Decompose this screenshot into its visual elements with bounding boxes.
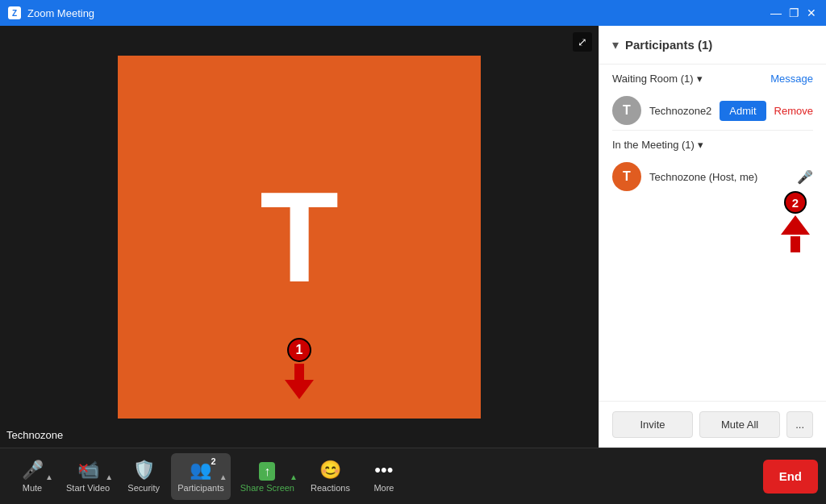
- mic-icon: 🎤: [797, 169, 813, 185]
- participants-icon: 👥: [190, 460, 211, 481]
- up-arrow-shaft-2: [791, 236, 800, 252]
- share-screen-caret[interactable]: ▲: [290, 472, 298, 481]
- arrow-down-1: [285, 364, 314, 399]
- in-meeting-section-header: In the Meeting (1) ▾: [599, 131, 826, 157]
- annotation-arrow-1: 1: [285, 338, 314, 399]
- start-video-caret[interactable]: ▲: [105, 472, 113, 481]
- participants-caret[interactable]: ▲: [219, 472, 227, 481]
- more-label: More: [373, 483, 394, 493]
- mute-caret[interactable]: ▲: [45, 472, 53, 481]
- waiting-participant-row: T Technozone2 Admit Remove: [599, 91, 826, 130]
- panel-title: Participants (1): [625, 38, 712, 52]
- start-video-label: Start Video: [66, 483, 110, 493]
- toolbar: 🎤 Mute ▲ 📹 ✕ Start Video ▲ 🛡️ Security 👥…: [0, 448, 826, 504]
- reactions-button[interactable]: 😊 Reactions: [304, 453, 357, 500]
- share-screen-button[interactable]: ↑ Share Screen ▲: [234, 453, 301, 500]
- panel-collapse-button[interactable]: ▾: [612, 37, 619, 52]
- invite-button[interactable]: Invite: [612, 411, 693, 438]
- message-button[interactable]: Message: [770, 73, 813, 85]
- annotation-number-2: 2: [784, 191, 807, 214]
- host-participant-row: T Technozone (Host, me) 🎤: [599, 157, 826, 196]
- admit-button[interactable]: Admit: [720, 101, 766, 121]
- mute-button[interactable]: 🎤 Mute ▲: [8, 453, 56, 500]
- annotation-number-1: 1: [287, 338, 311, 362]
- start-video-button[interactable]: 📹 ✕ Start Video ▲: [60, 453, 116, 500]
- title-bar-left: Z Zoom Meeting: [8, 6, 94, 19]
- title-bar-title: Zoom Meeting: [27, 7, 94, 19]
- video-area: ⤢ T Technozone 1: [0, 26, 599, 448]
- end-button[interactable]: End: [763, 460, 818, 494]
- video-user-name: Technozone: [6, 429, 63, 441]
- more-icon: •••: [374, 460, 393, 481]
- security-button[interactable]: 🛡️ Security: [119, 453, 168, 500]
- more-button[interactable]: ••• More: [360, 453, 408, 500]
- avatar-letter: T: [260, 173, 339, 302]
- in-meeting-title: In the Meeting (1) ▾: [612, 139, 703, 151]
- expand-button[interactable]: ⤢: [573, 32, 592, 52]
- main-content: ⤢ T Technozone 1 ▾ Participants (1) Wai: [0, 26, 826, 448]
- up-arrow-head-2: [781, 215, 810, 235]
- minimize-button[interactable]: —: [770, 6, 782, 19]
- start-video-icon: 📹 ✕: [77, 460, 99, 481]
- host-participant-avatar: T: [612, 162, 641, 191]
- participants-button[interactable]: 👥 2 Participants ▲: [171, 453, 230, 500]
- title-bar-controls: — ❐ ✕: [770, 6, 818, 19]
- host-participant-name: Technozone (Host, me): [649, 171, 789, 183]
- waiting-room-title: Waiting Room (1) ▾: [612, 73, 703, 85]
- waiting-room-section-header: Waiting Room (1) ▾ Message: [599, 65, 826, 91]
- mute-icon: 🎤: [22, 460, 44, 481]
- security-label: Security: [127, 483, 160, 493]
- waiting-participant-name: Technozone2: [649, 105, 711, 117]
- mute-label: Mute: [23, 483, 42, 493]
- zoom-logo: Z: [8, 6, 21, 19]
- participants-panel: ▾ Participants (1) Waiting Room (1) ▾ Me…: [599, 26, 826, 448]
- participants-label: Participants: [177, 483, 223, 493]
- share-screen-icon: ↑: [259, 460, 275, 481]
- mute-all-button[interactable]: Mute All: [699, 411, 780, 438]
- close-button[interactable]: ✕: [805, 6, 818, 19]
- security-icon: 🛡️: [133, 460, 155, 481]
- panel-more-options-button[interactable]: ...: [786, 411, 813, 438]
- share-screen-label: Share Screen: [240, 483, 294, 493]
- remove-button[interactable]: Remove: [774, 105, 813, 117]
- annotation-arrow-2: 2: [781, 191, 810, 252]
- participants-count: 2: [211, 456, 216, 466]
- waiting-participant-avatar: T: [612, 96, 641, 125]
- restore-button[interactable]: ❐: [787, 6, 800, 19]
- panel-header: ▾ Participants (1): [599, 26, 826, 65]
- title-bar: Z Zoom Meeting — ❐ ✕: [0, 0, 826, 26]
- reactions-icon: 😊: [319, 460, 341, 481]
- reactions-label: Reactions: [311, 483, 350, 493]
- panel-footer: Invite Mute All ...: [599, 401, 826, 448]
